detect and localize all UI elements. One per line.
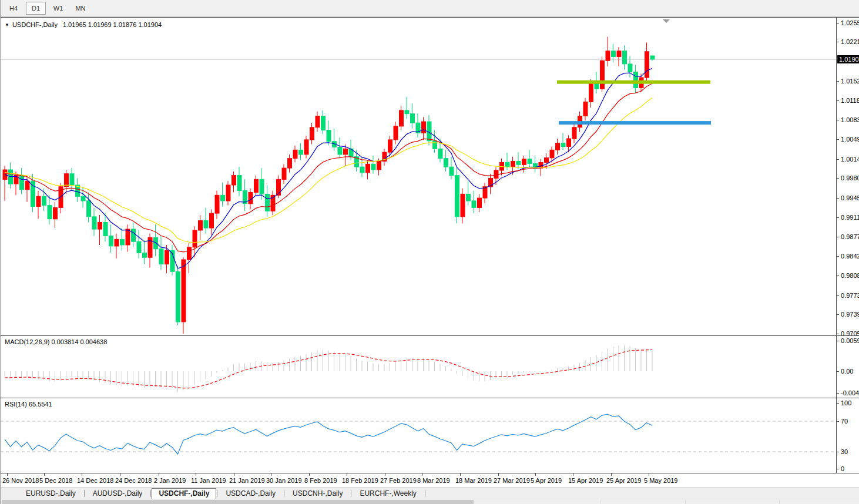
price-axis-label: 1.01180 xyxy=(841,97,859,104)
macd-label: MACD(12,26,9) 0.003814 0.004638 xyxy=(5,338,107,345)
price-axis-tick xyxy=(837,295,839,296)
chart-title: ▼USDCHF-,Daily1.01965 1.01969 1.01876 1.… xyxy=(5,21,162,28)
rsi-axis-tick xyxy=(837,421,839,422)
macd-axis-label: -0.004243 xyxy=(841,389,859,397)
date-axis-label: 18 Mar 2019 xyxy=(455,477,492,484)
date-axis-label: 2 Jan 2019 xyxy=(154,477,186,484)
chart-tab-usdchfdaily[interactable]: USDCHF-,Daily xyxy=(152,488,216,499)
date-axis-tick xyxy=(120,473,120,476)
main-chart-pane[interactable]: ▼USDCHF-,Daily1.01965 1.01969 1.01876 1.… xyxy=(1,18,836,336)
chart-tab-eurchfweekly[interactable]: EURCHF-,Weekly xyxy=(352,489,424,499)
price-axis-label: 0.97050 xyxy=(841,330,859,337)
date-axis[interactable]: 26 Nov 20185 Dec 201814 Dec 201824 Dec 2… xyxy=(1,473,836,488)
price-axis-tick xyxy=(837,237,839,237)
date-axis-tick xyxy=(82,473,82,476)
price-axis-label: 0.99450 xyxy=(841,194,859,201)
date-axis-label: 21 Jan 2019 xyxy=(229,477,265,484)
date-axis-tick xyxy=(385,473,385,476)
tab-separator xyxy=(84,490,85,497)
timeframe-button-w1[interactable]: W1 xyxy=(48,2,68,15)
date-axis-label: 25 Apr 2019 xyxy=(606,477,641,484)
price-axis-label: 1.00490 xyxy=(841,136,859,143)
macd-axis-label: 0.00597 xyxy=(841,337,859,344)
date-axis-label: 14 Dec 2018 xyxy=(77,477,113,484)
date-axis-tick xyxy=(422,473,422,476)
price-axis-tick xyxy=(837,23,839,23)
tab-separator xyxy=(217,490,217,497)
chart-title-ohlc: 1.01965 1.01969 1.01876 1.01904 xyxy=(63,21,162,28)
price-axis-tick xyxy=(837,139,839,140)
resistance-line[interactable] xyxy=(557,80,710,84)
horizontal-scrollbar[interactable] xyxy=(1,499,859,504)
scrollbar-thumb[interactable] xyxy=(2,500,474,504)
date-axis-tick xyxy=(7,473,8,476)
candlestick-plot[interactable] xyxy=(1,18,836,336)
chart-window: ▼USDCHF-,Daily1.01965 1.01969 1.01876 1.… xyxy=(1,18,836,488)
date-axis-tick xyxy=(196,473,196,476)
rsi-axis-tick xyxy=(837,403,839,404)
ma-slow-line[interactable] xyxy=(5,98,652,242)
date-axis-label: 5 Dec 2018 xyxy=(39,477,72,484)
date-axis-label: 27 Mar 2019 xyxy=(494,477,530,484)
macd-plot[interactable] xyxy=(1,336,836,398)
price-axis-label: 1.01520 xyxy=(841,78,859,85)
price-axis[interactable]: 1.025501.022101.015201.011801.008301.004… xyxy=(837,18,859,473)
date-axis-label: 18 Feb 2019 xyxy=(342,477,378,484)
date-axis-tick xyxy=(271,473,271,476)
chart-tab-eurusddaily[interactable]: EURUSD-,Daily xyxy=(18,489,83,499)
price-axis-tick xyxy=(837,217,839,218)
rsi-pane-separator[interactable] xyxy=(1,398,859,398)
date-axis-tick xyxy=(573,473,573,476)
price-axis-label: 1.00140 xyxy=(841,156,859,163)
price-axis-tick xyxy=(837,42,839,42)
price-axis-label: 0.97730 xyxy=(841,292,859,299)
date-axis-tick xyxy=(649,473,649,476)
date-axis-label: 5 Apr 2019 xyxy=(531,477,562,484)
rsi-axis-tick xyxy=(837,452,839,452)
macd-pane-separator[interactable] xyxy=(1,335,859,336)
terminal-window: H4D1W1MN ▼USDCHF-,Daily1.01965 1.01969 1… xyxy=(0,0,859,504)
support-line[interactable] xyxy=(559,121,711,125)
chart-shift-icon[interactable] xyxy=(663,19,670,23)
toolbar-separator xyxy=(1,17,859,18)
date-axis-label: 26 Nov 2018 xyxy=(2,477,39,484)
date-axis-tick xyxy=(460,473,461,476)
rsi-axis-label: 70 xyxy=(841,418,848,425)
tab-separator xyxy=(351,490,351,497)
macd-axis-tick xyxy=(837,371,839,372)
price-axis-border xyxy=(836,18,837,473)
symbol-dropdown-icon: ▼ xyxy=(5,22,9,28)
scrollbar-mark xyxy=(685,500,686,504)
rsi-label: RSI(14) 65.5541 xyxy=(5,401,52,408)
tab-separator xyxy=(425,490,425,497)
rsi-plot[interactable] xyxy=(1,398,836,473)
macd-axis-tick xyxy=(837,393,839,394)
date-axis-label: 27 Feb 2019 xyxy=(380,477,417,484)
chart-tab-audusddaily[interactable]: AUDUSD-,Daily xyxy=(85,489,150,499)
date-axis-label: 8 Mar 2019 xyxy=(417,477,450,484)
date-axis-tick xyxy=(159,473,159,476)
date-axis-label: 30 Jan 2019 xyxy=(266,477,302,484)
chart-tab-bar: EURUSD-,DailyAUDUSD-,DailyUSDCHF-,DailyU… xyxy=(1,488,859,499)
timeframe-button-h4[interactable]: H4 xyxy=(4,2,24,15)
timeframe-button-mn[interactable]: MN xyxy=(71,2,90,15)
price-axis-label: 1.00830 xyxy=(841,116,859,123)
chart-tab-usdcnhdaily[interactable]: USDCNH-,Daily xyxy=(285,489,350,499)
price-axis-label: 0.98420 xyxy=(841,253,859,260)
tab-separator xyxy=(284,490,284,497)
date-axis-label: 8 Feb 2019 xyxy=(304,477,337,484)
date-axis-tick xyxy=(44,473,45,476)
rsi-axis-label: 0 xyxy=(841,465,844,472)
chart-tab-usdcaddaily[interactable]: USDCAD-,Daily xyxy=(218,489,283,499)
price-axis-label: 0.99110 xyxy=(841,214,859,221)
date-axis-tick xyxy=(535,473,536,476)
rsi-pane[interactable]: RSI(14) 65.5541 xyxy=(1,398,836,473)
price-axis-label: 1.02210 xyxy=(841,38,859,45)
price-axis-tick xyxy=(837,159,839,160)
timeframe-button-d1[interactable]: D1 xyxy=(26,2,46,15)
price-axis-tick xyxy=(837,81,839,82)
macd-pane[interactable]: MACD(12,26,9) 0.003814 0.004638 xyxy=(1,336,836,398)
ma-fast-line[interactable] xyxy=(5,68,652,268)
price-axis-label: 0.98080 xyxy=(841,272,859,279)
date-axis-tick xyxy=(309,473,310,476)
